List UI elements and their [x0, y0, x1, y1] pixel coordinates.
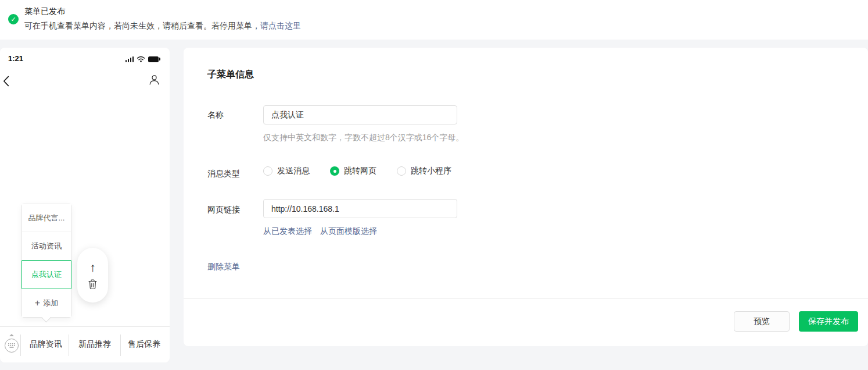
- banner-subtitle-text: 可在手机查看菜单内容，若尚未生效，请稍后查看。若停用菜单，: [24, 21, 260, 30]
- battery-icon: [148, 56, 159, 62]
- select-from-published-link[interactable]: 从已发表选择: [263, 226, 312, 237]
- delete-menu-link[interactable]: 删除菜单: [207, 262, 240, 272]
- footer-divider: [184, 298, 868, 299]
- keyboard-icon[interactable]: [5, 339, 19, 353]
- radio-send-message-label: 发送消息: [277, 166, 310, 176]
- select-from-template-link[interactable]: 从页面模版选择: [320, 226, 377, 237]
- radio-circle-icon: [330, 166, 339, 176]
- radio-jump-webpage[interactable]: 跳转网页: [330, 166, 376, 176]
- menu-bar-divider: [20, 335, 21, 356]
- url-field-label: 网页链接: [207, 205, 240, 215]
- success-check-icon: ✓: [8, 14, 19, 24]
- profile-person-icon: [149, 74, 160, 88]
- submenu-add-label: 添加: [43, 298, 58, 308]
- back-chevron-icon: [3, 76, 9, 89]
- menu-bar-divider: [120, 335, 121, 356]
- menu-item-brand-news[interactable]: 品牌资讯: [30, 339, 62, 350]
- radio-circle-icon: [397, 166, 406, 176]
- url-input[interactable]: [263, 199, 457, 218]
- save-publish-button[interactable]: 保存并发布: [799, 311, 858, 332]
- menu-bar-divider: [69, 335, 69, 356]
- phone-preview-panel: 1:21 品牌代言... 活动资讯 点我认证 +添加 ↑: [0, 48, 170, 362]
- radio-send-message[interactable]: 发送消息: [263, 166, 310, 176]
- keyboard-caret-icon: [9, 334, 14, 336]
- disable-menu-link[interactable]: 请点击这里: [260, 21, 301, 30]
- name-input[interactable]: [263, 105, 457, 124]
- submenu-form-panel: 子菜单信息 名称 仅支持中英文和数字，字数不超过8个汉字或16个字母。 消息类型…: [184, 48, 868, 346]
- name-field-hint: 仅支持中英文和数字，字数不超过8个汉字或16个字母。: [263, 133, 464, 143]
- submenu-add-button[interactable]: +添加: [22, 289, 71, 317]
- radio-circle-icon: [263, 166, 272, 176]
- submenu-popup: 品牌代言... 活动资讯 点我认证 +添加: [21, 204, 71, 318]
- banner-title: 菜单已发布: [24, 6, 65, 17]
- message-type-label: 消息类型: [207, 169, 240, 179]
- publish-success-banner: ✓ 菜单已发布 可在手机查看菜单内容，若尚未生效，请稍后查看。若停用菜单，请点击…: [0, 0, 868, 40]
- form-title: 子菜单信息: [207, 69, 254, 81]
- move-up-button[interactable]: ↑: [89, 261, 96, 273]
- preview-button[interactable]: 预览: [734, 311, 790, 332]
- banner-subtitle: 可在手机查看菜单内容，若尚未生效，请稍后查看。若停用菜单，请点击这里: [24, 21, 301, 31]
- wifi-icon: [137, 56, 145, 62]
- submenu-item-activity-news[interactable]: 活动资讯: [22, 232, 71, 260]
- phone-menu-bar: 品牌资讯 新品推荐 售后保养: [0, 326, 170, 362]
- radio-jump-miniprogram[interactable]: 跳转小程序: [397, 166, 451, 176]
- name-field-label: 名称: [207, 110, 224, 120]
- radio-jump-miniprogram-label: 跳转小程序: [411, 166, 451, 176]
- signal-icon: [125, 56, 134, 62]
- submenu-item-brand-endorse[interactable]: 品牌代言...: [22, 204, 71, 232]
- radio-jump-webpage-label: 跳转网页: [344, 166, 376, 176]
- menu-item-new-products[interactable]: 新品推荐: [78, 339, 111, 350]
- status-time: 1:21: [8, 54, 23, 63]
- menu-action-pill: ↑: [77, 248, 108, 303]
- submenu-item-click-verify-active[interactable]: 点我认证: [21, 260, 71, 289]
- menu-item-after-sales[interactable]: 售后保养: [128, 339, 160, 350]
- trash-icon[interactable]: [88, 279, 98, 290]
- status-icons: [125, 55, 159, 62]
- plus-icon: +: [35, 298, 40, 308]
